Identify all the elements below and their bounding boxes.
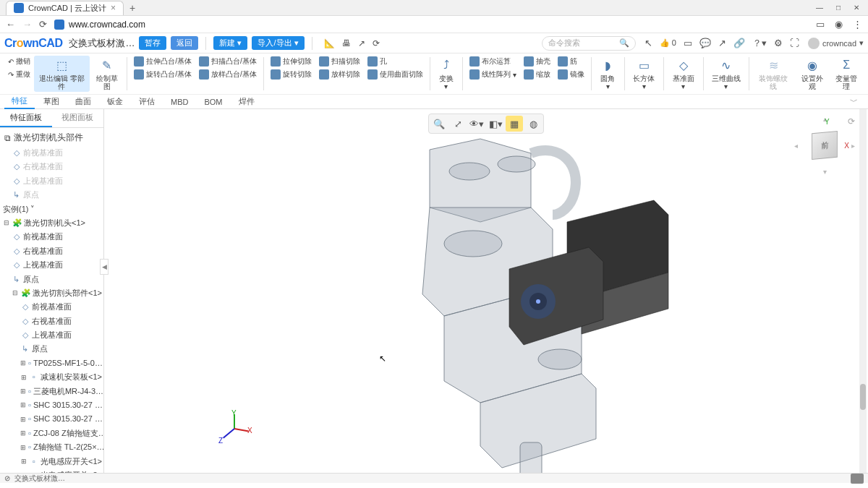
tree-item[interactable]: ⊞▫TP025S-MF1-5-0…: [1, 356, 103, 370]
pointer-tool-icon[interactable]: ↖: [644, 38, 652, 48]
close-icon[interactable]: ×: [111, 3, 116, 13]
appearance-button[interactable]: ◉设置外观: [795, 56, 830, 92]
boolean-button[interactable]: 布尔运算: [468, 56, 518, 67]
extrude-boss-button[interactable]: 拉伸凸台/基体: [132, 56, 193, 67]
tree-group-instances[interactable]: 实例(1) ˅: [1, 202, 103, 216]
measure-quick-icon[interactable]: 📐: [324, 38, 335, 48]
user-menu[interactable]: crowncad ▾: [808, 38, 864, 49]
maximize-button[interactable]: □: [836, 4, 841, 12]
revolve-boss-button[interactable]: 旋转凸台/基体: [132, 69, 193, 80]
tree-item[interactable]: ◇右视基准面: [1, 314, 103, 328]
variable-manager-button[interactable]: Σ变量管理: [829, 56, 864, 92]
cube-arrow-right-icon[interactable]: ▸: [851, 142, 855, 150]
new-menu[interactable]: 新建▾: [213, 36, 247, 50]
tree-item[interactable]: ◇上视基准面: [1, 258, 103, 272]
collapse-toggle-icon[interactable]: ⊟: [12, 288, 19, 298]
reload-icon[interactable]: ⟳: [39, 19, 47, 30]
hole-button[interactable]: 孔: [366, 56, 425, 67]
tree-item[interactable]: ⊞▫光电感应开关<1>: [1, 455, 103, 468]
tree-item[interactable]: ⊞▫三菱电机MR-J4-3…: [1, 385, 103, 398]
tree-item-head[interactable]: ⊟🧩激光切割机头<1>: [1, 216, 103, 230]
tab-bom[interactable]: BOM: [197, 96, 229, 108]
tree-root[interactable]: ⧉激光切割机头部件: [1, 129, 103, 146]
cuboid-button[interactable]: ▭长方体 ▾: [628, 56, 661, 92]
share-hdr-icon[interactable]: ↗: [358, 38, 365, 48]
tab-feature[interactable]: 特征: [4, 94, 35, 109]
tree-item[interactable]: ⊞▫SHC 3015.30-27 …: [1, 398, 103, 412]
tree-item[interactable]: ⊞▫ZCJ-08 Z轴拖链支…: [1, 427, 103, 440]
minimize-button[interactable]: —: [816, 4, 823, 12]
tree-item[interactable]: ↳原点: [1, 273, 103, 286]
loft-boss-button[interactable]: 放样凸台/基体: [197, 69, 258, 80]
canvas-3d-viewport[interactable]: 🔍 ⤢ 👁▾ ◧▾ ▦ ◍: [104, 109, 868, 473]
share-icon[interactable]: ↗: [718, 38, 726, 48]
tree-item[interactable]: ⊞▫Z轴拖链 TL-2(25×…: [1, 440, 103, 454]
settings-icon[interactable]: ⚙: [774, 38, 783, 48]
panel-tab-feature[interactable]: 特征面板: [0, 109, 52, 127]
redo-button[interactable]: ↷重做: [7, 69, 32, 80]
link-icon[interactable]: 🔗: [733, 38, 745, 48]
profile-icon[interactable]: ◉: [835, 19, 843, 30]
scrollbar-thumb[interactable]: [860, 384, 866, 410]
collapse-panel-button[interactable]: ◀: [100, 259, 109, 275]
cube-arrow-down-icon[interactable]: ▾: [823, 168, 827, 176]
exit-edit-part-button[interactable]: ⬚ 退出编辑 零部件: [34, 56, 90, 92]
menu-icon[interactable]: ⋮: [853, 19, 862, 30]
panel-tab-view[interactable]: 视图面板: [52, 109, 104, 127]
browser-tab[interactable]: CrownCAD | 云上设计 ×: [6, 1, 124, 15]
import-export-menu[interactable]: 导入/导出▾: [252, 36, 304, 50]
tree-item[interactable]: ◇上视基准面: [1, 328, 103, 342]
fullscreen-icon[interactable]: ⛶: [790, 38, 799, 48]
tree-item[interactable]: ⊞▫SHC 3015.30-27 …: [1, 412, 103, 426]
print-icon[interactable]: 🖶: [342, 38, 351, 48]
chat-icon[interactable]: 💬: [699, 38, 711, 48]
tab-sheetmetal[interactable]: 钣金: [100, 95, 130, 108]
command-search-input[interactable]: 命令搜索 🔍: [542, 36, 636, 51]
bookmark-icon[interactable]: ▭: [684, 38, 692, 48]
extension-icon[interactable]: ▭: [816, 19, 825, 30]
transform-button[interactable]: ⤴ 变换 ▾: [433, 56, 460, 92]
sweep-cut-button[interactable]: 扫描切除: [318, 56, 362, 67]
datum-plane-button[interactable]: ◇基准面 ▾: [667, 56, 700, 92]
tree-item[interactable]: ◇前视基准面: [1, 300, 103, 314]
collapse-ribbon-icon[interactable]: ﹀: [850, 96, 858, 107]
save-button[interactable]: 暂存: [139, 36, 166, 50]
likes-counter[interactable]: 👍 0: [660, 38, 676, 48]
rib-button[interactable]: 筋: [556, 56, 586, 67]
tree-item[interactable]: ◇右视基准面: [1, 160, 103, 174]
tree-item[interactable]: ◇右视基准面: [1, 244, 103, 258]
tree-item[interactable]: ⊞▫光电感应开关<2>: [1, 468, 103, 473]
home-view-icon[interactable]: ⟳: [848, 116, 855, 127]
undo-button[interactable]: ↶撤销: [7, 56, 32, 67]
help-icon[interactable]: ？▾: [752, 37, 767, 50]
tab-sketch[interactable]: 草图: [36, 95, 67, 108]
sync-icon[interactable]: ⟳: [373, 38, 380, 48]
tree-item[interactable]: ↳原点: [1, 188, 103, 202]
draw-sketch-button[interactable]: ✎ 绘制草图: [90, 56, 124, 92]
fillet-button[interactable]: ◗圆角 ▾: [595, 56, 621, 92]
revolve-cut-button[interactable]: 旋转切除: [269, 69, 313, 80]
view-cube[interactable]: ⟳ ▴ ▾ ◂ ▸ Y X Z 前: [796, 116, 854, 174]
cube-arrow-left-icon[interactable]: ◂: [794, 142, 798, 150]
extrude-cut-button[interactable]: 拉伸切除: [269, 56, 313, 67]
tree-item[interactable]: ↳原点: [1, 342, 103, 356]
tree-item[interactable]: ◇前视基准面: [1, 146, 103, 160]
tree-item[interactable]: ◇上视基准面: [1, 174, 103, 188]
vertical-scrollbar[interactable]: [859, 109, 867, 473]
loft-cut-button[interactable]: 放样切除: [318, 69, 362, 80]
scale-button[interactable]: 缩放: [522, 69, 552, 80]
cube-face[interactable]: 前: [812, 131, 838, 160]
mirror-button[interactable]: 镜像: [556, 69, 586, 80]
collapse-toggle-icon[interactable]: ⊟: [3, 218, 10, 228]
linear-pattern-button[interactable]: 线性阵列 ▾: [468, 69, 518, 80]
back-button[interactable]: 返回: [171, 36, 198, 50]
tree-item-subasm[interactable]: ⊟🧩激光切割头部件<1>: [1, 286, 103, 300]
tab-evaluate[interactable]: 评估: [132, 95, 162, 108]
nav-back-icon[interactable]: ←: [6, 19, 15, 30]
tab-surface[interactable]: 曲面: [68, 95, 98, 108]
url-box[interactable]: www.crowncad.com: [54, 20, 145, 30]
shell-button[interactable]: 抽壳: [522, 56, 552, 67]
collab-icon[interactable]: [851, 474, 864, 484]
tree-item[interactable]: ◇前视基准面: [1, 230, 103, 244]
tab-mbd[interactable]: MBD: [163, 96, 195, 108]
